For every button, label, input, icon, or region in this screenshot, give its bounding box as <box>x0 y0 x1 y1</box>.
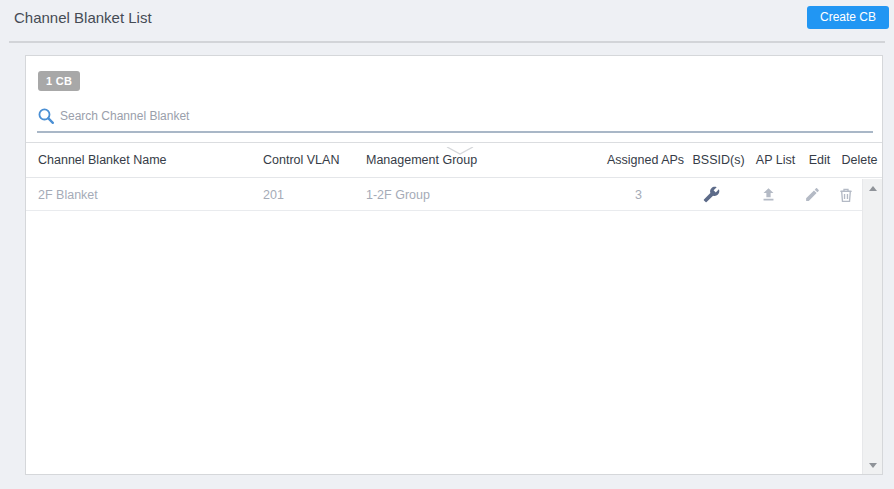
cell-management-group: 1-2F Group <box>366 188 596 202</box>
column-header-bssids[interactable]: BSSID(s) <box>688 153 749 167</box>
triangle-up-icon <box>869 186 877 191</box>
triangle-down-icon <box>869 463 877 468</box>
column-header-edit[interactable]: Edit <box>802 153 837 167</box>
column-header-control-vlan[interactable]: Control VLAN <box>263 153 366 167</box>
channel-blanket-screen: Channel Blanket List Create CB 1 CB Chan… <box>0 0 894 489</box>
create-cb-button[interactable]: Create CB <box>807 6 889 29</box>
search-input[interactable] <box>60 105 380 127</box>
bssid-wrench-button[interactable] <box>681 186 742 203</box>
vertical-scrollbar[interactable] <box>862 179 882 474</box>
cb-count-badge: 1 CB <box>38 71 80 91</box>
cell-assigned-aps: 3 <box>596 188 681 202</box>
column-header-management-group[interactable]: Management Group <box>366 153 603 167</box>
pencil-icon <box>804 186 821 203</box>
column-header-ap-list[interactable]: AP List <box>749 153 802 167</box>
delete-button[interactable] <box>830 187 862 203</box>
column-header-assigned-aps[interactable]: Assigned APs <box>603 153 688 167</box>
table-body: 2F Blanket 201 1-2F Group 3 <box>26 179 882 474</box>
edit-button[interactable] <box>795 186 830 203</box>
ap-list-upload-button[interactable] <box>742 186 795 203</box>
header-divider <box>9 41 885 43</box>
search-underline <box>37 131 873 133</box>
cell-control-vlan: 201 <box>263 188 366 202</box>
search-icon <box>37 107 55 125</box>
scroll-up-button[interactable] <box>863 179 882 197</box>
cell-channel-blanket-name: 2F Blanket <box>26 188 263 202</box>
channel-blanket-panel: 1 CB Channel Blanket Name Control VLAN M… <box>25 55 883 475</box>
scroll-down-button[interactable] <box>863 456 882 474</box>
column-header-delete[interactable]: Delete <box>837 153 882 167</box>
wrench-icon <box>703 186 720 203</box>
column-header-channel-blanket-name[interactable]: Channel Blanket Name <box>26 153 263 167</box>
page-title: Channel Blanket List <box>14 9 152 26</box>
upload-icon <box>760 186 777 203</box>
table-row[interactable]: 2F Blanket 201 1-2F Group 3 <box>26 179 862 211</box>
table-header-row: Channel Blanket Name Control VLAN Manage… <box>26 143 882 178</box>
trash-icon <box>838 187 854 203</box>
